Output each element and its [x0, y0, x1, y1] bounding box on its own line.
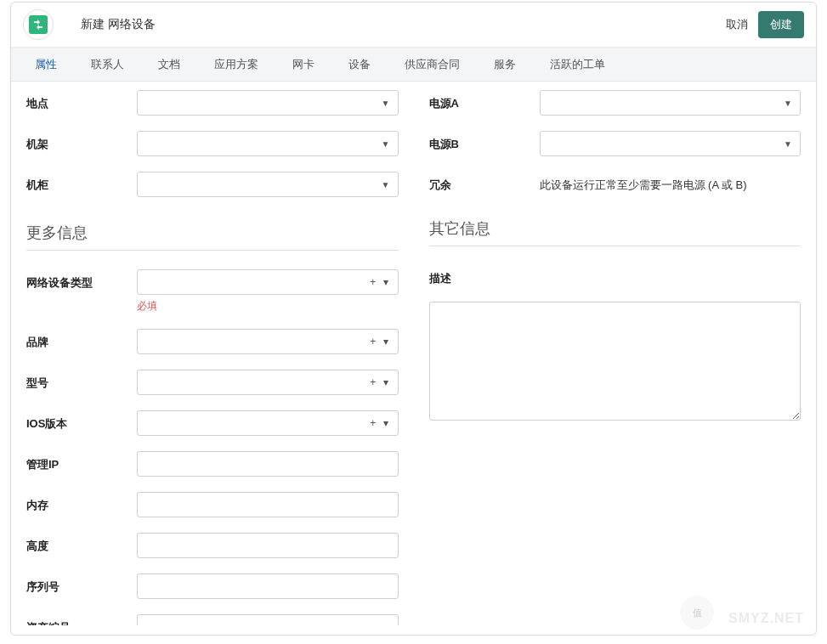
- label-location: 地点: [26, 90, 137, 111]
- tab-solutions[interactable]: 应用方案: [197, 48, 275, 81]
- power-a-select[interactable]: [540, 90, 802, 116]
- header-actions: 取消 创建: [726, 11, 804, 38]
- label-height: 高度: [26, 533, 137, 554]
- row-mgmt-ip: 管理IP: [26, 451, 399, 477]
- description-textarea[interactable]: [429, 302, 802, 421]
- header-bar: 新建 网络设备 取消 创建: [11, 3, 816, 48]
- tab-services[interactable]: 服务: [477, 48, 533, 81]
- label-brand: 品牌: [26, 329, 137, 350]
- row-ios: IOS版本 + ▾: [26, 410, 399, 436]
- divider: [26, 250, 399, 251]
- model-select[interactable]: [137, 370, 399, 395]
- page-title: 新建 网络设备: [67, 17, 726, 32]
- row-model: 型号 + ▾: [26, 370, 399, 395]
- network-type-select[interactable]: [137, 269, 399, 295]
- network-device-icon: [29, 15, 48, 34]
- tab-properties[interactable]: 属性: [18, 48, 74, 81]
- row-asset: 资产编号: [26, 614, 399, 625]
- label-memory: 内存: [26, 492, 137, 513]
- label-description: 描述: [429, 265, 540, 286]
- location-select[interactable]: [137, 90, 399, 116]
- device-icon-circle: [23, 9, 54, 40]
- row-network-type: 网络设备类型 + ▾ 必填: [26, 269, 399, 314]
- row-brand: 品牌 + ▾: [26, 329, 399, 354]
- label-asset: 资产编号: [26, 614, 137, 625]
- tab-vendor-contract[interactable]: 供应商合同: [388, 48, 477, 81]
- cancel-button[interactable]: 取消: [726, 17, 748, 32]
- required-text: 必填: [137, 299, 399, 314]
- label-serial: 序列号: [26, 573, 137, 595]
- divider: [429, 246, 802, 246]
- left-column: 地点 ▼ 机架 ▼ 机柜 ▼ 更多信息: [11, 90, 414, 608]
- section-other-info-title: 其它信息: [429, 218, 802, 239]
- create-button[interactable]: 创建: [758, 11, 804, 38]
- label-mgmt-ip: 管理IP: [26, 451, 137, 472]
- row-description: 描述: [429, 265, 802, 286]
- height-input[interactable]: [137, 533, 399, 558]
- main-panel: 新建 网络设备 取消 创建 属性 联系人 文档 应用方案 网卡 设备 供应商合同…: [10, 2, 817, 636]
- mgmt-ip-input[interactable]: [137, 451, 399, 477]
- tab-nic[interactable]: 网卡: [275, 48, 331, 81]
- row-redundancy: 冗余 此设备运行正常至少需要一路电源 (A 或 B): [429, 172, 802, 193]
- row-height: 高度: [26, 533, 399, 558]
- brand-select[interactable]: [137, 329, 399, 354]
- row-power-b: 电源B ▼: [429, 131, 802, 156]
- memory-input[interactable]: [137, 492, 399, 517]
- asset-input[interactable]: [137, 614, 399, 625]
- redundancy-text: 此设备运行正常至少需要一路电源 (A 或 B): [540, 172, 802, 193]
- row-enclosure: 机柜 ▼: [26, 172, 399, 197]
- label-rack: 机架: [26, 131, 137, 152]
- label-power-b: 电源B: [429, 131, 540, 152]
- label-network-type: 网络设备类型: [26, 269, 137, 291]
- ios-select[interactable]: [137, 410, 399, 436]
- row-rack: 机架 ▼: [26, 131, 399, 156]
- label-model: 型号: [26, 370, 137, 391]
- section-more-info-title: 更多信息: [26, 223, 399, 243]
- power-b-select[interactable]: [540, 131, 802, 156]
- label-enclosure: 机柜: [26, 172, 137, 193]
- right-column: 电源A ▼ 电源B ▼ 冗余 此设备运行正常至少需要一路电源 (A 或 B) 其…: [414, 90, 817, 608]
- row-memory: 内存: [26, 492, 399, 517]
- tab-active-tickets[interactable]: 活跃的工单: [533, 48, 622, 81]
- label-redundancy: 冗余: [429, 172, 540, 193]
- label-ios: IOS版本: [26, 410, 137, 432]
- tab-bar: 属性 联系人 文档 应用方案 网卡 设备 供应商合同 服务 活跃的工单: [11, 48, 816, 82]
- content-area: 地点 ▼ 机架 ▼ 机柜 ▼ 更多信息: [11, 82, 816, 625]
- enclosure-select[interactable]: [137, 172, 399, 197]
- tab-documents[interactable]: 文档: [141, 48, 197, 81]
- tab-contacts[interactable]: 联系人: [74, 48, 141, 81]
- rack-select[interactable]: [137, 131, 399, 156]
- row-serial: 序列号: [26, 573, 399, 599]
- tab-devices[interactable]: 设备: [331, 48, 388, 81]
- serial-input[interactable]: [137, 573, 399, 599]
- row-location: 地点 ▼: [26, 90, 399, 116]
- label-power-a: 电源A: [429, 90, 540, 111]
- row-power-a: 电源A ▼: [429, 90, 802, 116]
